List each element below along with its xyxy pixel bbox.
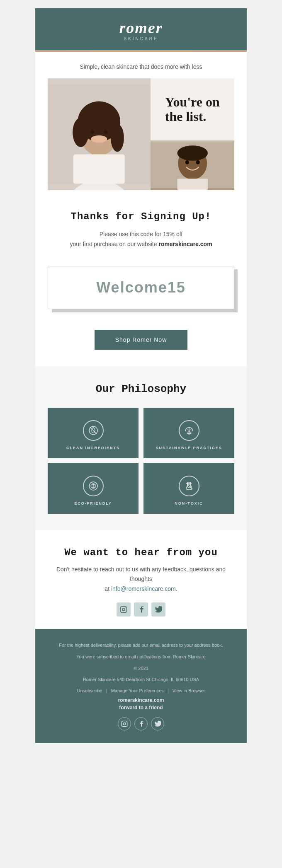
brand-name: romer	[44, 20, 238, 36]
instagram-icon-footer[interactable]	[118, 717, 131, 730]
philosophy-item-clean: CLEAN INGREDIENTS	[48, 408, 139, 458]
header: romer SKINCARE	[35, 8, 247, 50]
svg-rect-27	[122, 721, 127, 727]
hero-headline: You're on the list.	[165, 95, 220, 124]
svg-point-14	[185, 160, 189, 164]
twitter-icon-top[interactable]	[151, 602, 165, 617]
footer-website: romerskincare.com	[52, 697, 230, 703]
email-container: romer SKINCARE Simple, clean skincare th…	[35, 8, 247, 743]
person-1-svg	[48, 78, 151, 190]
svg-point-28	[123, 723, 125, 725]
thanks-section: Thanks for Signing Up! Please use this c…	[35, 198, 247, 258]
eco-friendly-label: ECO-FRIENDLY	[74, 501, 112, 505]
clean-ingredients-icon	[83, 420, 104, 441]
hero-person-right	[151, 140, 235, 190]
shop-section: Shop Romer Now	[35, 322, 247, 366]
philosophy-section: Our Philosophy CLEAN INGREDIENTS	[35, 366, 247, 530]
svg-rect-24	[121, 606, 127, 612]
hero-person-left	[48, 78, 151, 190]
footer-copyright: © 2021	[52, 665, 230, 673]
svg-point-26	[125, 607, 126, 608]
social-icons-top	[52, 602, 230, 617]
philosophy-item-sustainable: SUSTAINABLE PRACTICES	[143, 408, 234, 458]
shop-button[interactable]: Shop Romer Now	[95, 330, 188, 350]
svg-point-13	[177, 145, 208, 161]
feedback-text: Don't hesitate to reach out to us with a…	[52, 565, 230, 594]
promo-section: Welcome15	[48, 266, 234, 309]
svg-point-8	[90, 130, 94, 134]
person-2-svg	[151, 140, 235, 190]
thanks-heading: Thanks for Signing Up!	[52, 211, 230, 222]
clean-ingredients-label: CLEAN INGREDIENTS	[66, 446, 120, 450]
promo-box: Welcome15	[48, 266, 234, 309]
footer-links: Unsubscribe | Manage Your Preferences | …	[52, 688, 230, 693]
feedback-section: We want to hear from you Don't hesitate …	[35, 530, 247, 629]
non-toxic-label: NON-TOXIC	[175, 501, 203, 505]
svg-point-15	[196, 160, 199, 164]
footer-address: Romer Skincare 540 Dearborn St Chicago, …	[52, 676, 230, 684]
tagline: Simple, clean skincare that does more wi…	[35, 52, 247, 78]
feedback-heading: We want to hear from you	[52, 547, 230, 558]
instagram-icon-top[interactable]	[117, 602, 131, 617]
footer-subscribed: You were subscribed to email notificatio…	[52, 653, 230, 661]
hero-bg: You're on the list.	[48, 78, 234, 190]
footer: For the highest deliverability, please a…	[35, 629, 247, 743]
footer-forward[interactable]: forward to a friend	[52, 705, 230, 711]
hero-image: You're on the list.	[48, 78, 234, 190]
svg-point-7	[91, 135, 107, 143]
footer-deliverability: For the highest deliverability, please a…	[52, 641, 230, 650]
view-browser-link[interactable]: View in Browser	[173, 688, 205, 693]
svg-point-29	[126, 722, 126, 723]
facebook-icon-footer[interactable]	[134, 717, 148, 730]
philosophy-grid: CLEAN INGREDIENTS SUSTAINABLE PRACTICES	[48, 408, 234, 514]
eco-friendly-icon	[83, 476, 104, 496]
hero-right: You're on the list.	[151, 78, 235, 190]
svg-point-9	[104, 130, 107, 134]
non-toxic-icon	[179, 476, 199, 496]
hero-text: You're on the list.	[151, 78, 235, 140]
footer-social-icons	[52, 717, 230, 730]
svg-point-5	[73, 118, 89, 147]
sustainable-practices-label: SUSTAINABLE PRACTICES	[156, 446, 222, 450]
philosophy-item-eco: ECO-FRIENDLY	[48, 463, 139, 514]
unsubscribe-link[interactable]: Unsubscribe	[77, 688, 102, 693]
philosophy-item-nontoxic: NON-TOXIC	[143, 463, 234, 514]
svg-point-25	[122, 608, 125, 611]
facebook-icon-top[interactable]	[134, 602, 148, 617]
brand-sub: SKINCARE	[44, 36, 238, 41]
manage-preferences-link[interactable]: Manage Your Preferences	[111, 688, 164, 693]
philosophy-heading: Our Philosophy	[48, 383, 234, 395]
svg-point-6	[111, 124, 124, 152]
thanks-text: Please use this code for 15% off your fi…	[52, 230, 230, 249]
promo-code: Welcome15	[56, 279, 226, 296]
sustainable-practices-icon	[179, 420, 199, 441]
svg-rect-16	[177, 179, 208, 190]
twitter-icon-footer[interactable]	[151, 717, 164, 730]
svg-rect-10	[73, 155, 125, 184]
feedback-email[interactable]: info@romerskincare.com	[111, 585, 176, 592]
